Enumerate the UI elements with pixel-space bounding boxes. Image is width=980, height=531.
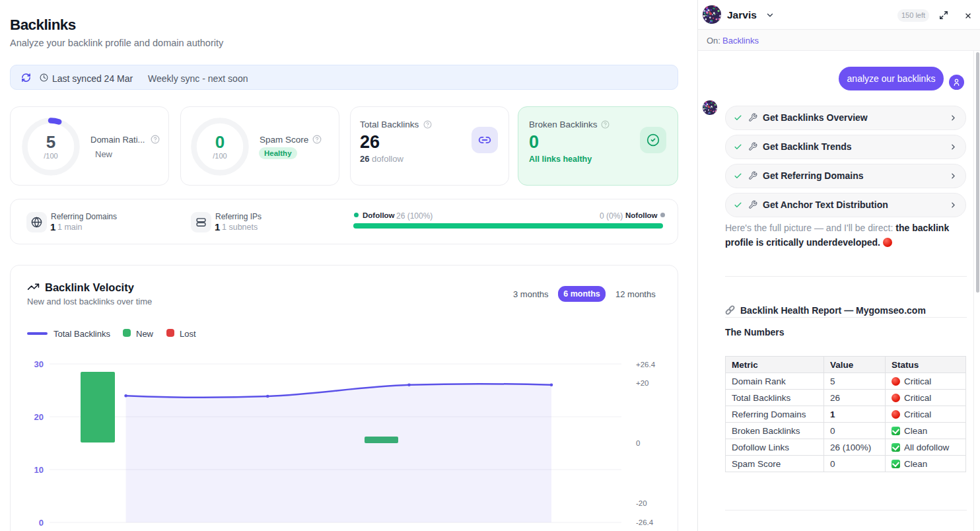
svg-text:0: 0: [636, 439, 640, 447]
svg-text:+20: +20: [636, 379, 649, 387]
svg-text:0: 0: [39, 518, 44, 528]
svg-text:-26.4: -26.4: [636, 518, 654, 526]
svg-text:+26.4: +26.4: [636, 361, 656, 369]
svg-text:20: 20: [34, 412, 44, 422]
svg-text:30: 30: [34, 359, 44, 369]
svg-text:-20: -20: [636, 499, 647, 507]
svg-text:10: 10: [34, 465, 44, 475]
